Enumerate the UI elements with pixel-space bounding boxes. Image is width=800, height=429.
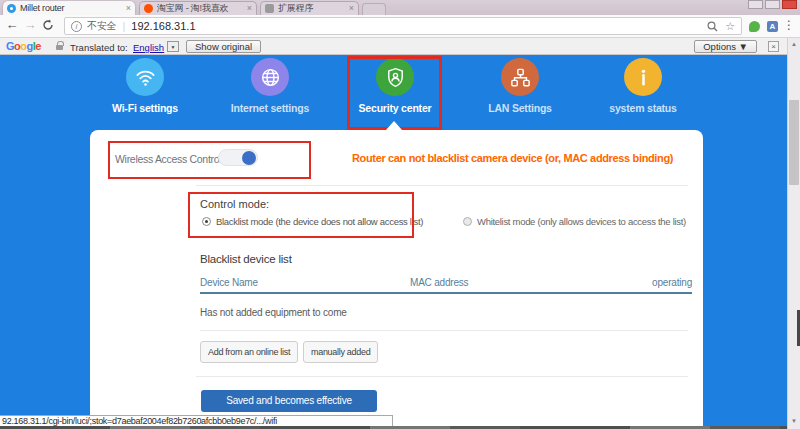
- active-tab-pointer: [386, 121, 402, 130]
- wifi-icon: [126, 58, 164, 96]
- close-translate-bar-icon[interactable]: ×: [768, 41, 779, 52]
- extension-green-icon[interactable]: [749, 21, 760, 32]
- minimize-button[interactable]: [748, 0, 763, 9]
- address-bar[interactable]: i 不安全 | 192.168.31.1 ☆: [64, 17, 742, 35]
- tab-title: 淘宝网 - 淘!我喜欢: [157, 2, 243, 15]
- tab-title: 扩展程序: [278, 2, 345, 15]
- tab-strip: Millet router × 淘宝网 - 淘!我喜欢 × 扩展程序 ×: [0, 0, 800, 15]
- annotation-box-security-center: [347, 56, 442, 130]
- options-button[interactable]: Options ▼: [694, 40, 757, 53]
- nav-system-status[interactable]: system status: [583, 58, 703, 114]
- nav-label: Wi-Fi settings: [85, 102, 205, 114]
- back-icon[interactable]: ←: [4, 17, 20, 32]
- browser-window: Millet router × 淘宝网 - 淘!我喜欢 × 扩展程序 × ← →…: [0, 0, 800, 429]
- column-mac-address: MAC address: [410, 277, 468, 288]
- close-tab-icon[interactable]: ×: [247, 4, 252, 13]
- info-icon: [624, 58, 662, 96]
- google-logo: Google: [6, 40, 41, 52]
- tab-taobao[interactable]: 淘宝网 - 淘!我喜欢 ×: [139, 1, 257, 15]
- nav-internet-settings[interactable]: Internet settings: [210, 58, 330, 114]
- reload-icon[interactable]: [42, 19, 58, 31]
- bookmark-star-icon[interactable]: ☆: [725, 20, 735, 33]
- empty-list-text: Has not added equipment to come: [200, 307, 347, 318]
- annotation-box-control-mode: [188, 192, 414, 238]
- close-window-button[interactable]: [782, 0, 797, 9]
- tab-extensions[interactable]: 扩展程序 ×: [260, 1, 359, 15]
- translated-to-label: Translated to:: [70, 42, 128, 53]
- forward-icon[interactable]: →: [22, 17, 38, 32]
- zoom-icon[interactable]: [707, 21, 718, 32]
- taobao-favicon-icon: [144, 4, 153, 13]
- nav-label: Internet settings: [210, 102, 330, 114]
- whitelist-mode-radio[interactable]: Whitelist mode (only allows devices to a…: [463, 216, 686, 227]
- settings-card: Wireless Access Control Router can not b…: [90, 130, 703, 429]
- show-original-button[interactable]: Show original: [186, 40, 261, 53]
- translate-extension-icon[interactable]: A: [767, 21, 778, 32]
- tab-title: Millet router: [20, 3, 122, 13]
- divider: [196, 376, 688, 377]
- annotation-box-access-control: [108, 141, 311, 179]
- scroll-down-icon[interactable]: ▼: [788, 415, 800, 428]
- close-tab-icon[interactable]: ×: [126, 4, 131, 13]
- nav-lan-settings[interactable]: LAN Settings: [460, 58, 580, 114]
- menu-dots-icon[interactable]: ⋮: [783, 18, 795, 32]
- translate-bar: Google Translated to: English ▼ Show ori…: [0, 38, 787, 55]
- nav-label: system status: [583, 102, 703, 114]
- lan-topology-icon: [501, 58, 539, 96]
- close-tab-icon[interactable]: ×: [349, 4, 354, 13]
- annotation-note: Router can not blacklist camera device (…: [352, 152, 697, 164]
- radio-label: Whitelist mode (only allows devices to a…: [477, 216, 686, 227]
- security-chip[interactable]: 不安全: [87, 19, 116, 33]
- language-dropdown-icon[interactable]: ▼: [167, 41, 179, 52]
- scrollbar[interactable]: ▲ ▼: [787, 38, 800, 429]
- page-info-icon[interactable]: i: [71, 21, 82, 32]
- language-link[interactable]: English: [133, 42, 164, 53]
- blacklist-title: Blacklist device list: [200, 253, 292, 265]
- tab-millet-router[interactable]: Millet router ×: [3, 1, 135, 15]
- browser-toolbar: ← → i 不安全 | 192.168.31.1 ☆ A ⋮: [0, 15, 800, 38]
- save-button[interactable]: Saved and becomes effective: [201, 390, 377, 412]
- chip-divider: |: [122, 20, 125, 32]
- column-device-name: Device Name: [200, 277, 258, 288]
- nav-label: LAN Settings: [460, 102, 580, 114]
- globe-icon: [251, 58, 289, 96]
- scroll-up-icon[interactable]: ▲: [788, 38, 800, 51]
- add-manual-button[interactable]: manually added: [303, 341, 378, 363]
- url-text[interactable]: 192.168.31.1: [131, 20, 195, 32]
- scrollbar-thumb[interactable]: [789, 100, 799, 185]
- router-favicon-icon: [7, 4, 16, 13]
- nav-wifi-settings[interactable]: Wi-Fi settings: [85, 58, 205, 114]
- column-operating: operating: [610, 277, 692, 288]
- new-tab-button[interactable]: [362, 3, 386, 15]
- radio-unselected-icon[interactable]: [463, 217, 472, 226]
- maximize-button[interactable]: [765, 0, 780, 9]
- lock-icon: [56, 45, 63, 50]
- table-header-underline: [200, 292, 692, 294]
- divider: [200, 330, 688, 331]
- divider: [196, 185, 688, 186]
- extensions-favicon-icon: [265, 4, 274, 13]
- add-online-button[interactable]: Add from an online list: [200, 341, 298, 363]
- window-controls: [748, 0, 797, 9]
